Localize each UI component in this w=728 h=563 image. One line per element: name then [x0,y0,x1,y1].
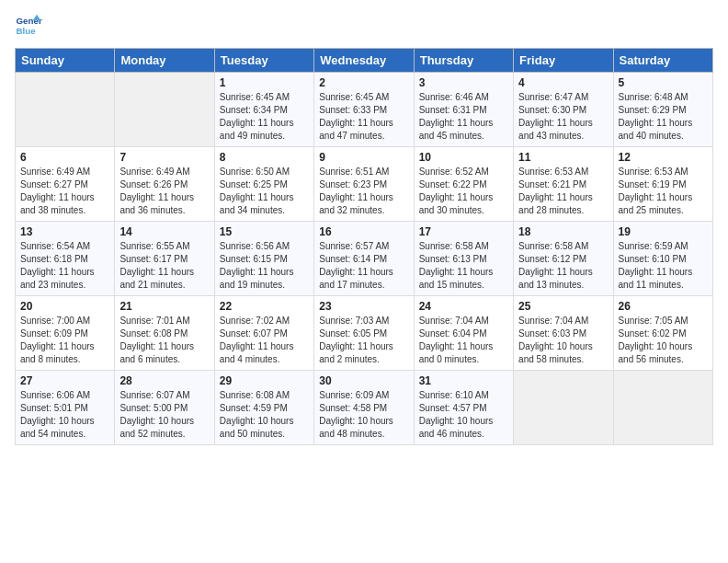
calendar-cell: 21Sunrise: 7:01 AM Sunset: 6:08 PM Dayli… [115,296,214,371]
calendar-cell [514,371,613,445]
day-info: Sunrise: 6:08 AM Sunset: 4:59 PM Dayligh… [220,389,309,441]
calendar-cell: 15Sunrise: 6:56 AM Sunset: 6:15 PM Dayli… [214,222,313,296]
day-number: 31 [419,374,508,387]
day-info: Sunrise: 6:55 AM Sunset: 6:17 PM Dayligh… [119,240,209,292]
day-number: 21 [119,300,209,313]
calendar-cell: 23Sunrise: 7:03 AM Sunset: 6:05 PM Dayli… [314,296,414,371]
calendar-cell: 4Sunrise: 6:47 AM Sunset: 6:30 PM Daylig… [514,73,613,147]
calendar-cell: 9Sunrise: 6:51 AM Sunset: 6:23 PM Daylig… [314,147,414,222]
day-number: 11 [518,151,608,164]
day-info: Sunrise: 6:06 AM Sunset: 5:01 PM Dayligh… [20,389,109,441]
calendar-cell [613,371,712,445]
day-number: 10 [419,151,508,164]
day-number: 19 [619,225,708,238]
day-number: 18 [518,225,608,238]
calendar-cell: 1Sunrise: 6:45 AM Sunset: 6:34 PM Daylig… [214,73,313,147]
day-info: Sunrise: 6:52 AM Sunset: 6:22 PM Dayligh… [419,166,508,217]
calendar-cell: 26Sunrise: 7:05 AM Sunset: 6:02 PM Dayli… [613,296,712,371]
day-number: 29 [220,374,309,387]
calendar-cell: 30Sunrise: 6:09 AM Sunset: 4:58 PM Dayli… [314,371,414,445]
week-row-4: 20Sunrise: 7:00 AM Sunset: 6:09 PM Dayli… [16,296,713,371]
calendar-cell: 16Sunrise: 6:57 AM Sunset: 6:14 PM Dayli… [314,222,414,296]
day-info: Sunrise: 6:07 AM Sunset: 5:00 PM Dayligh… [119,389,209,441]
day-info: Sunrise: 6:58 AM Sunset: 6:12 PM Dayligh… [518,240,608,292]
day-info: Sunrise: 6:48 AM Sunset: 6:29 PM Dayligh… [619,91,708,143]
day-number: 15 [220,225,309,238]
day-number: 9 [319,151,408,164]
calendar-cell: 7Sunrise: 6:49 AM Sunset: 6:26 PM Daylig… [115,147,214,222]
day-info: Sunrise: 7:04 AM Sunset: 6:04 PM Dayligh… [419,315,508,366]
day-info: Sunrise: 7:01 AM Sunset: 6:08 PM Dayligh… [119,315,209,366]
day-number: 3 [419,76,508,89]
day-info: Sunrise: 7:03 AM Sunset: 6:05 PM Dayligh… [319,315,408,366]
calendar-cell: 18Sunrise: 6:58 AM Sunset: 6:12 PM Dayli… [514,222,613,296]
day-info: Sunrise: 6:59 AM Sunset: 6:10 PM Dayligh… [619,240,708,292]
day-number: 1 [220,76,309,89]
calendar-page: General Blue SundayMondayTuesdayWednesda… [0,0,728,563]
day-number: 14 [119,225,209,238]
day-info: Sunrise: 7:05 AM Sunset: 6:02 PM Dayligh… [619,315,708,366]
days-header-row: SundayMondayTuesdayWednesdayThursdayFrid… [16,49,713,73]
svg-text:Blue: Blue [17,26,37,36]
week-row-3: 13Sunrise: 6:54 AM Sunset: 6:18 PM Dayli… [16,222,713,296]
day-info: Sunrise: 6:49 AM Sunset: 6:26 PM Dayligh… [119,166,209,217]
day-info: Sunrise: 6:46 AM Sunset: 6:31 PM Dayligh… [419,91,508,143]
day-info: Sunrise: 6:53 AM Sunset: 6:21 PM Dayligh… [518,166,608,217]
week-row-1: 1Sunrise: 6:45 AM Sunset: 6:34 PM Daylig… [16,73,713,147]
day-number: 12 [619,151,708,164]
day-number: 26 [619,300,708,313]
day-info: Sunrise: 6:57 AM Sunset: 6:14 PM Dayligh… [319,240,408,292]
day-number: 8 [220,151,309,164]
day-info: Sunrise: 7:04 AM Sunset: 6:03 PM Dayligh… [518,315,608,366]
day-header-sunday: Sunday [16,49,115,73]
day-header-monday: Monday [115,49,214,73]
day-number: 30 [319,374,408,387]
day-info: Sunrise: 7:00 AM Sunset: 6:09 PM Dayligh… [20,315,109,366]
day-number: 20 [20,300,109,313]
week-row-5: 27Sunrise: 6:06 AM Sunset: 5:01 PM Dayli… [16,371,713,445]
day-header-wednesday: Wednesday [314,49,414,73]
calendar-cell: 12Sunrise: 6:53 AM Sunset: 6:19 PM Dayli… [613,147,712,222]
day-info: Sunrise: 6:45 AM Sunset: 6:34 PM Dayligh… [220,91,309,143]
day-number: 22 [220,300,309,313]
calendar-cell: 29Sunrise: 6:08 AM Sunset: 4:59 PM Dayli… [214,371,313,445]
calendar-cell: 27Sunrise: 6:06 AM Sunset: 5:01 PM Dayli… [16,371,115,445]
day-info: Sunrise: 6:47 AM Sunset: 6:30 PM Dayligh… [518,91,608,143]
calendar-cell: 25Sunrise: 7:04 AM Sunset: 6:03 PM Dayli… [514,296,613,371]
day-info: Sunrise: 6:49 AM Sunset: 6:27 PM Dayligh… [20,166,109,217]
day-number: 7 [119,151,209,164]
day-number: 13 [20,225,109,238]
calendar-cell: 19Sunrise: 6:59 AM Sunset: 6:10 PM Dayli… [613,222,712,296]
calendar-cell: 3Sunrise: 6:46 AM Sunset: 6:31 PM Daylig… [414,73,513,147]
calendar-cell: 17Sunrise: 6:58 AM Sunset: 6:13 PM Dayli… [414,222,513,296]
week-row-2: 6Sunrise: 6:49 AM Sunset: 6:27 PM Daylig… [16,147,713,222]
day-number: 23 [319,300,408,313]
day-info: Sunrise: 6:45 AM Sunset: 6:33 PM Dayligh… [319,91,408,143]
calendar-cell: 11Sunrise: 6:53 AM Sunset: 6:21 PM Dayli… [514,147,613,222]
calendar-cell: 24Sunrise: 7:04 AM Sunset: 6:04 PM Dayli… [414,296,513,371]
day-number: 27 [20,374,109,387]
day-header-thursday: Thursday [414,49,513,73]
day-header-saturday: Saturday [613,49,712,73]
day-info: Sunrise: 6:54 AM Sunset: 6:18 PM Dayligh… [20,240,109,292]
day-info: Sunrise: 6:53 AM Sunset: 6:19 PM Dayligh… [619,166,708,217]
calendar-cell: 8Sunrise: 6:50 AM Sunset: 6:25 PM Daylig… [214,147,313,222]
day-number: 24 [419,300,508,313]
calendar-cell: 14Sunrise: 6:55 AM Sunset: 6:17 PM Dayli… [115,222,214,296]
day-number: 2 [319,76,408,89]
logo: General Blue [15,11,46,39]
calendar-cell: 6Sunrise: 6:49 AM Sunset: 6:27 PM Daylig… [16,147,115,222]
day-number: 6 [20,151,109,164]
calendar-cell: 20Sunrise: 7:00 AM Sunset: 6:09 PM Dayli… [16,296,115,371]
calendar-table: SundayMondayTuesdayWednesdayThursdayFrid… [15,48,713,445]
day-number: 25 [518,300,608,313]
page-header: General Blue [15,11,713,39]
day-info: Sunrise: 7:02 AM Sunset: 6:07 PM Dayligh… [220,315,309,366]
day-number: 16 [319,225,408,238]
day-header-tuesday: Tuesday [214,49,313,73]
day-info: Sunrise: 6:56 AM Sunset: 6:15 PM Dayligh… [220,240,309,292]
day-info: Sunrise: 6:51 AM Sunset: 6:23 PM Dayligh… [319,166,408,217]
calendar-cell: 28Sunrise: 6:07 AM Sunset: 5:00 PM Dayli… [115,371,214,445]
calendar-cell [16,73,115,147]
day-header-friday: Friday [514,49,613,73]
